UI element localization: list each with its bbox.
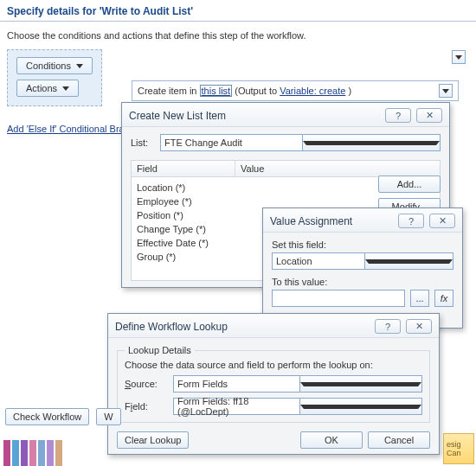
fx-button[interactable]: fx: [434, 290, 453, 307]
field-label: Field:: [125, 401, 168, 412]
to-value-label: To this value:: [272, 277, 453, 287]
clear-lookup-button[interactable]: Clear Lookup: [117, 431, 189, 449]
help-button[interactable]: ?: [398, 214, 424, 228]
color-stripes: [3, 440, 64, 466]
dialog-title: Value Assignment: [270, 215, 352, 227]
action-statement-text: Create item in this list (Output to Vari…: [138, 86, 351, 96]
output-variable-link[interactable]: Variable: create: [280, 86, 345, 96]
cancel-button[interactable]: Cancel: [368, 431, 430, 449]
list-select-value: FTE Change Audit: [164, 137, 302, 148]
dialog-workflow-lookup: Define Workflow Lookup ? ✕ Lookup Detail…: [107, 313, 440, 455]
browse-button[interactable]: ...: [410, 290, 429, 307]
chevron-down-icon: [76, 64, 83, 68]
conditions-button-label: Conditions: [26, 61, 71, 71]
set-field-value: Location: [276, 256, 364, 266]
instruction-text: Choose the conditions and actions that d…: [0, 22, 476, 46]
chevron-down-icon: [62, 86, 69, 91]
check-workflow-button[interactable]: Check Workflow: [5, 408, 89, 425]
action-statement: Create item in this list (Output to Vari…: [132, 80, 459, 101]
close-button[interactable]: ✕: [429, 214, 455, 228]
add-else-if-link[interactable]: Add 'Else If' Conditional Bran: [7, 124, 130, 134]
actions-button-label: Actions: [26, 83, 57, 93]
add-button[interactable]: Add...: [378, 176, 441, 193]
chevron-down-icon: [364, 253, 453, 269]
this-list-link[interactable]: this list: [200, 85, 233, 97]
dialog-title: Create New List Item: [129, 110, 226, 122]
help-button[interactable]: ?: [375, 319, 401, 334]
rule-dropdown[interactable]: [439, 84, 453, 98]
conditions-actions-block: Conditions Actions: [7, 49, 102, 106]
field-select[interactable]: Form Fields: ff18 (@LocDept): [173, 398, 422, 415]
to-value-input[interactable]: [272, 290, 405, 307]
lookup-instruction: Choose the data source and field to perf…: [125, 360, 422, 370]
truncated-panel: esig Can: [443, 433, 474, 464]
dialog-value-assignment: Value Assignment ? ✕ Set this field: Loc…: [262, 207, 463, 329]
dialog-title: Define Workflow Lookup: [115, 321, 228, 333]
col-field: Field: [132, 161, 235, 176]
group-legend: Lookup Details: [125, 345, 195, 355]
truncated-button[interactable]: W: [96, 408, 120, 425]
source-value: Form Fields: [177, 379, 299, 389]
list-label: List:: [131, 137, 155, 148]
col-value: Value: [235, 161, 440, 176]
help-button[interactable]: ?: [385, 108, 411, 123]
ok-button[interactable]: OK: [300, 431, 363, 449]
bottom-toolbar: Check Workflow W: [5, 408, 121, 425]
columns-header: Field Value: [131, 160, 441, 177]
field-value: Form Fields: ff18 (@LocDept): [177, 396, 299, 417]
close-button[interactable]: ✕: [406, 319, 432, 334]
source-label: Source:: [125, 379, 168, 389]
chevron-down-icon: [302, 135, 441, 150]
list-select[interactable]: FTE Change Audit: [160, 134, 441, 151]
source-select[interactable]: Form Fields: [173, 375, 422, 393]
set-field-label: Set this field:: [272, 239, 453, 250]
set-field-select[interactable]: Location: [272, 252, 453, 270]
close-button[interactable]: ✕: [416, 108, 442, 123]
actions-button[interactable]: Actions: [16, 80, 79, 97]
lookup-details-group: Lookup Details Choose the data source an…: [117, 350, 430, 423]
chevron-down-icon: [299, 399, 422, 414]
chevron-down-icon: [299, 376, 422, 392]
page-title: Specify details for 'Write to Audit List…: [0, 0, 476, 22]
conditions-button[interactable]: Conditions: [16, 57, 93, 74]
